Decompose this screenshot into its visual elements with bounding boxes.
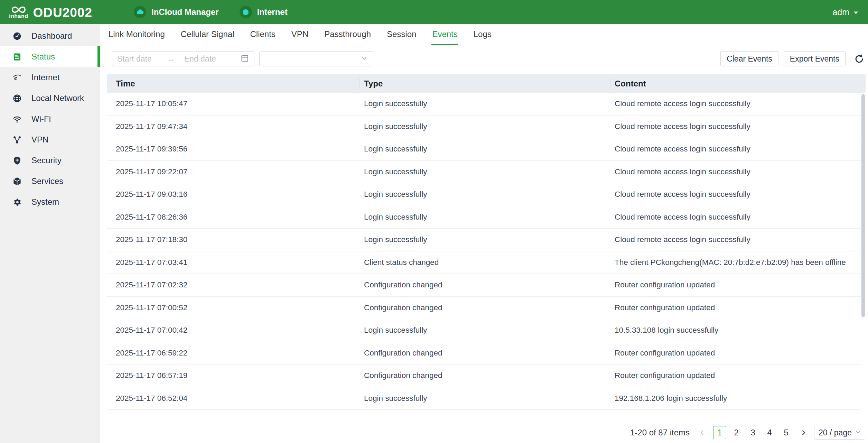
tab-passthrough[interactable]: Passthrough: [324, 29, 372, 45]
sidebar-item-system[interactable]: System: [0, 192, 100, 212]
cell-time: 2025-11-17 10:05:47: [107, 99, 360, 108]
status-indicators: InCloud Manager Internet: [134, 6, 288, 18]
table-body: 2025-11-17 10:05:47 Login successfully C…: [107, 93, 866, 410]
device-model: ODU2002: [33, 6, 92, 19]
table-row: 2025-11-17 07:18:30 Login successfully C…: [107, 229, 861, 251]
sidebar-item-dashboard[interactable]: Dashboard: [0, 26, 100, 46]
column-header-type: Type: [360, 74, 610, 93]
table-row: 2025-11-17 06:57:19 Configuration change…: [107, 364, 861, 387]
cell-content: Cloud remote access login successfully: [610, 167, 861, 176]
pagination: 1-20 of 87 items 12345 20 / page: [100, 426, 865, 440]
sidebar-item-security[interactable]: Security: [0, 150, 100, 171]
next-page-icon[interactable]: [800, 429, 807, 436]
sidebar-item-local-network[interactable]: Local Network: [0, 88, 100, 109]
prev-page-icon[interactable]: [699, 429, 706, 436]
table-row: 2025-11-17 07:00:52 Configuration change…: [107, 297, 861, 320]
sidebar-item-wi-fi[interactable]: Wi-Fi: [0, 109, 100, 129]
tab-cellular-signal[interactable]: Cellular Signal: [180, 29, 235, 45]
chevron-down-icon: [361, 54, 368, 63]
cell-content: Router configuration updated: [610, 280, 861, 289]
cloud-icon: [134, 6, 146, 18]
security-icon: [12, 156, 22, 165]
sidebar-item-vpn[interactable]: VPN: [0, 129, 100, 150]
chevron-down-icon: [855, 428, 861, 437]
sidebar-item-status[interactable]: Status: [0, 46, 100, 67]
cell-content: 10.5.33.108 login successfully: [610, 326, 861, 335]
refresh-icon[interactable]: [854, 54, 865, 64]
cell-time: 2025-11-17 07:18:30: [107, 235, 360, 244]
events-table: Time Type Content 2025-11-17 10:05:47 Lo…: [107, 74, 866, 410]
logo-brand-text: inhand: [9, 13, 28, 19]
tab-link-monitoring[interactable]: Link Monitoring: [108, 29, 166, 45]
page-size-value: 20 / page: [819, 428, 852, 437]
sidebar-item-label: Internet: [31, 73, 59, 82]
start-date-input[interactable]: Start date: [117, 54, 152, 64]
cell-content: Router configuration updated: [610, 349, 861, 358]
cell-content: Cloud remote access login successfully: [610, 213, 861, 222]
sidebar-item-services[interactable]: Services: [0, 171, 100, 192]
status-icon: [12, 52, 22, 62]
cell-content: Cloud remote access login successfully: [610, 122, 861, 131]
sidebar-item-internet[interactable]: e Internet: [0, 67, 100, 88]
scrollbar-thumb[interactable]: [861, 94, 865, 317]
pagination-summary: 1-20 of 87 items: [630, 428, 690, 437]
cell-time: 2025-11-17 09:47:34: [107, 122, 360, 131]
swap-right-arrow-icon: →: [167, 54, 175, 64]
cell-type: Login successfully: [360, 99, 610, 108]
cell-time: 2025-11-17 09:03:16: [107, 190, 360, 199]
table-row: 2025-11-17 07:00:42 Login successfully 1…: [107, 319, 861, 342]
sidebar-item-label: Wi-Fi: [31, 114, 51, 124]
sidebar-item-label: Security: [31, 156, 62, 165]
sidebar-nav: Dashboard Status e Internet Local Networ…: [0, 24, 100, 443]
page-size-select[interactable]: 20 / page: [814, 426, 865, 440]
sidebar-item-label: VPN: [31, 135, 48, 145]
user-menu[interactable]: adm: [832, 7, 859, 17]
table-row: 2025-11-17 09:39:56 Login successfully C…: [107, 138, 861, 161]
page-number-3[interactable]: 3: [746, 426, 759, 439]
tab-clients[interactable]: Clients: [250, 29, 276, 45]
caret-down-icon: [853, 7, 859, 17]
app-window: inhand ODU2002 InCloud Manager Internet …: [0, 0, 868, 443]
tab-vpn[interactable]: VPN: [291, 29, 309, 45]
sidebar-item-label: Dashboard: [31, 31, 72, 41]
cell-type: Configuration changed: [360, 349, 610, 358]
page-number-5[interactable]: 5: [780, 426, 793, 439]
main-content: Link MonitoringCellular SignalClientsVPN…: [100, 24, 868, 443]
column-header-content: Content: [610, 74, 866, 93]
page-number-4[interactable]: 4: [763, 426, 776, 439]
export-events-button[interactable]: Export Events: [784, 51, 846, 66]
cell-type: Login successfully: [360, 394, 610, 403]
page-numbers: 12345: [713, 426, 793, 439]
end-date-input[interactable]: End date: [184, 54, 216, 64]
username: adm: [832, 7, 849, 17]
cell-type: Configuration changed: [360, 303, 610, 312]
sidebar-item-label: Status: [31, 52, 55, 62]
top-bar: inhand ODU2002 InCloud Manager Internet …: [0, 0, 868, 24]
incloud-label: InCloud Manager: [151, 7, 219, 17]
cell-time: 2025-11-17 07:00:52: [107, 303, 360, 312]
cell-time: 2025-11-17 08:26:36: [107, 213, 360, 222]
cell-time: 2025-11-17 07:00:42: [107, 326, 360, 335]
page-number-1[interactable]: 1: [713, 426, 726, 439]
page-number-2[interactable]: 2: [730, 426, 743, 439]
internet-status-icon: [240, 6, 252, 18]
table-row: 2025-11-17 10:05:47 Login successfully C…: [107, 93, 861, 116]
cell-type: Configuration changed: [360, 280, 610, 289]
cell-type: Login successfully: [360, 235, 610, 244]
table-row: 2025-11-17 07:03:41 Client status change…: [107, 251, 861, 274]
clear-events-button[interactable]: Clear Events: [720, 51, 778, 66]
table-scrollbar: [861, 93, 866, 410]
tab-logs[interactable]: Logs: [473, 29, 492, 45]
tab-events[interactable]: Events: [431, 29, 458, 45]
cell-time: 2025-11-17 06:59:22: [107, 349, 360, 358]
event-type-select[interactable]: [259, 51, 373, 66]
table-row: 2025-11-17 09:47:34 Login successfully C…: [107, 116, 861, 138]
cell-content: Router configuration updated: [610, 371, 861, 380]
table-row: 2025-11-17 09:03:16 Login successfully C…: [107, 183, 861, 206]
cell-time: 2025-11-17 09:22:07: [107, 167, 360, 176]
cell-content: Cloud remote access login successfully: [610, 235, 861, 244]
column-header-time: Time: [107, 74, 360, 93]
tab-session[interactable]: Session: [386, 29, 417, 45]
sidebar-item-label: Local Network: [31, 93, 84, 103]
date-range-picker[interactable]: Start date → End date: [112, 51, 254, 66]
